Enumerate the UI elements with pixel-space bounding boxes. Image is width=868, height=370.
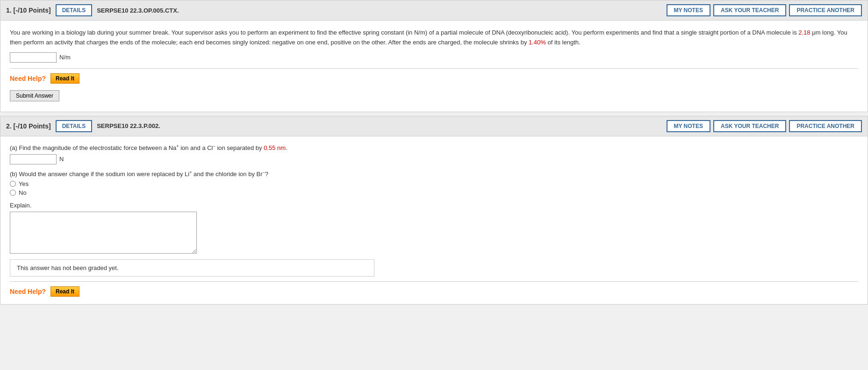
answer-row-1: N/m (10, 52, 858, 63)
radio-yes-label: Yes (19, 180, 29, 187)
my-notes-button-1[interactable]: MY NOTES (667, 4, 710, 16)
need-help-label-1: Need Help? (10, 75, 46, 82)
question-id-2: SERPSE10 22.3.P.002. (97, 122, 661, 129)
part-b-label: (b) Would the answer change if the sodiu… (10, 170, 858, 178)
question-2-body: (a) Find the magnitude of the electrosta… (0, 136, 868, 305)
need-help-label-2: Need Help? (10, 288, 46, 295)
question-1-body: You are working in a biology lab during … (0, 21, 868, 112)
explain-textarea[interactable] (10, 212, 197, 254)
question-1-header: 1. [-/10 Points] DETAILS SERPSE10 22.3.O… (0, 0, 868, 21)
radio-no: No (10, 189, 858, 196)
details-button-2[interactable]: DETAILS (56, 120, 92, 132)
details-button-1[interactable]: DETAILS (56, 4, 92, 16)
question-id-1: SERPSE10 22.3.OP.005.CTX. (97, 7, 661, 14)
read-it-button-1[interactable]: Read It (50, 73, 79, 84)
submit-button-1[interactable]: Submit Answer (10, 90, 59, 101)
practice-another-button-2[interactable]: PRACTICE ANOTHER (789, 120, 862, 132)
explain-section: Explain. (10, 202, 858, 254)
read-it-button-2[interactable]: Read It (50, 286, 79, 297)
unit-label-2a: N (59, 156, 64, 163)
radio-no-label: No (19, 189, 27, 196)
need-help-row-2: Need Help? Read It (10, 286, 858, 297)
radio-yes-input[interactable] (10, 181, 16, 187)
practice-another-button-1[interactable]: PRACTICE ANOTHER (789, 4, 862, 16)
question-1: 1. [-/10 Points] DETAILS SERPSE10 22.3.O… (0, 0, 868, 112)
explain-label: Explain. (10, 202, 858, 209)
ask-teacher-button-2[interactable]: ASK YOUR TEACHER (713, 120, 786, 132)
header-actions-2: MY NOTES ASK YOUR TEACHER PRACTICE ANOTH… (667, 120, 862, 132)
sub-question-b: (b) Would the answer change if the sodiu… (10, 170, 858, 196)
radio-no-input[interactable] (10, 190, 16, 196)
divider-1 (10, 68, 858, 69)
unit-label-1: N/m (59, 54, 71, 61)
answer-row-2a: N (10, 154, 858, 164)
grading-notice: This answer has not been graded yet. (10, 259, 374, 277)
header-actions-1: MY NOTES ASK YOUR TEACHER PRACTICE ANOTH… (667, 4, 862, 16)
radio-yes: Yes (10, 180, 858, 187)
ask-teacher-button-1[interactable]: ASK YOUR TEACHER (713, 4, 786, 16)
question-1-number: 1. [-/10 Points] (6, 7, 51, 14)
my-notes-button-2[interactable]: MY NOTES (667, 120, 710, 132)
answer-input-1[interactable] (10, 52, 57, 63)
need-help-row-1: Need Help? Read It (10, 73, 858, 84)
divider-2 (10, 281, 858, 282)
question-2: 2. [-/10 Points] DETAILS SERPSE10 22.3.P… (0, 116, 868, 305)
part-a-label: (a) Find the magnitude of the electrosta… (10, 144, 858, 151)
question-2-number: 2. [-/10 Points] (6, 122, 51, 130)
answer-input-2a[interactable] (10, 154, 57, 164)
question-2-header: 2. [-/10 Points] DETAILS SERPSE10 22.3.P… (0, 116, 868, 136)
sub-question-a: (a) Find the magnitude of the electrosta… (10, 144, 858, 164)
submit-row-1: Submit Answer (10, 90, 858, 104)
question-1-text: You are working in a biology lab during … (10, 28, 858, 48)
